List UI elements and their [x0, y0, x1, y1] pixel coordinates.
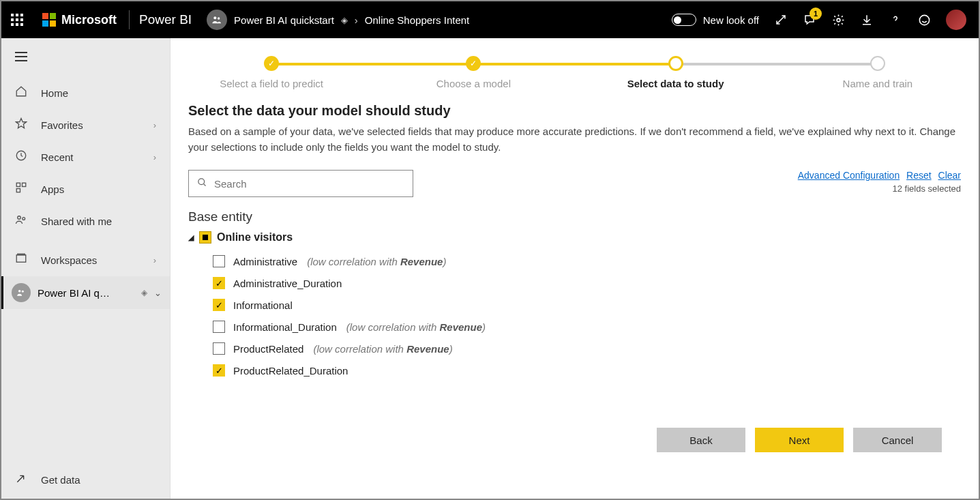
field-label: Informational [233, 299, 293, 311]
entity-tree: ◢ Online visitors Administrative (low co… [188, 231, 961, 415]
home-icon [15, 85, 30, 101]
nav-apps[interactable]: Apps [1, 173, 170, 205]
field-hint: (low correlation with Revenue) [313, 343, 452, 355]
feedback-smile-icon[interactable] [917, 13, 931, 27]
step-1-label: Select a field to predict [220, 78, 323, 89]
workspaces-icon [15, 252, 30, 268]
top-bar: Microsoft Power BI Power BI AI quickstar… [1, 1, 979, 38]
svg-rect-11 [18, 254, 25, 255]
current-workspace-label: Power BI AI q… [38, 287, 141, 299]
nav-recent[interactable]: Recent › [1, 141, 170, 173]
chevron-right-icon: › [153, 152, 156, 162]
entity-online-visitors[interactable]: ◢ Online visitors [188, 231, 945, 244]
next-button[interactable]: Next [755, 428, 844, 452]
field-hint: (low correlation with Revenue) [346, 321, 486, 333]
wizard-stepper: ✓ Select a field to predict ✓ Choose a m… [170, 38, 979, 96]
fullscreen-icon[interactable] [774, 13, 788, 27]
svg-point-8 [18, 216, 21, 220]
field-checkbox[interactable] [213, 321, 225, 333]
breadcrumb-workspace[interactable]: Power BI AI quickstart [234, 14, 334, 26]
field-label: ProductRelated_Duration [233, 365, 348, 377]
field-productrelated[interactable]: ProductRelated (low correlation with Rev… [188, 338, 945, 359]
get-data-button[interactable]: Get data [1, 461, 170, 499]
new-look-toggle[interactable] [672, 14, 696, 26]
search-input[interactable] [214, 178, 404, 190]
field-checkbox[interactable]: ✓ [213, 299, 225, 311]
step-2-label: Choose a model [436, 78, 511, 89]
notifications-icon[interactable]: 1 [803, 13, 816, 27]
entity-name: Online visitors [217, 231, 293, 244]
download-icon[interactable] [860, 13, 874, 27]
cancel-button[interactable]: Cancel [853, 428, 942, 452]
svg-rect-10 [16, 255, 26, 263]
breadcrumb-page[interactable]: Online Shoppers Intent [365, 14, 469, 26]
workspace-small-avatar-icon [12, 283, 31, 302]
apps-icon [15, 181, 30, 197]
field-label: Administrative [233, 256, 297, 267]
breadcrumb: Power BI AI quickstart ◈ › Online Shoppe… [207, 10, 672, 30]
microsoft-label: Microsoft [61, 13, 117, 27]
nav-shared-label: Shared with me [41, 216, 112, 227]
premium-diamond-icon: ◈ [341, 15, 348, 25]
chevron-down-icon[interactable]: ⌄ [154, 288, 162, 298]
collapse-triangle-icon[interactable]: ◢ [188, 233, 194, 242]
svg-point-14 [198, 179, 205, 185]
settings-gear-icon[interactable] [831, 13, 845, 27]
breadcrumb-separator-icon: › [355, 14, 358, 26]
page-title: Select the data your model should study [188, 103, 961, 119]
divider [129, 10, 130, 29]
field-informational[interactable]: ✓ Informational [188, 294, 945, 316]
sidebar: Home Favorites › Recent › Apps S [1, 38, 170, 499]
sidebar-current-workspace[interactable]: Power BI AI q… ◈ ⌄ [1, 276, 170, 309]
search-icon [197, 177, 207, 190]
step-1[interactable]: ✓ Select a field to predict [170, 56, 372, 89]
nav-recent-label: Recent [41, 151, 74, 163]
advanced-config-link[interactable]: Advanced Configuration [798, 170, 900, 181]
search-box[interactable] [188, 170, 413, 197]
back-button[interactable]: Back [657, 428, 745, 452]
step-4-label: Name and train [843, 78, 913, 89]
step-3[interactable]: Select data to study [575, 56, 777, 89]
field-administrative[interactable]: Administrative (low correlation with Rev… [188, 250, 945, 272]
help-icon[interactable] [889, 13, 902, 27]
selected-count: 12 fields selected [794, 183, 961, 194]
product-label[interactable]: Power BI [139, 12, 192, 27]
svg-point-13 [22, 291, 24, 293]
svg-point-2 [837, 18, 840, 22]
field-checkbox[interactable] [213, 255, 225, 267]
notification-badge: 1 [810, 8, 822, 20]
entity-checkbox[interactable] [199, 231, 211, 244]
workspace-avatar-icon[interactable] [207, 10, 227, 30]
field-checkbox[interactable]: ✓ [213, 277, 225, 289]
nav-workspaces[interactable]: Workspaces › [1, 244, 170, 276]
field-administrative-duration[interactable]: ✓ Administrative_Duration [188, 272, 945, 294]
app-launcher-icon[interactable] [11, 14, 23, 26]
shared-icon [15, 214, 30, 229]
wizard-footer: Back Next Cancel [188, 415, 961, 465]
star-icon [15, 117, 30, 133]
svg-rect-5 [16, 183, 20, 186]
clear-link[interactable]: Clear [938, 170, 961, 181]
field-label: ProductRelated [233, 343, 303, 355]
user-avatar[interactable] [946, 10, 966, 30]
nav-favorites[interactable]: Favorites › [1, 109, 170, 141]
base-entity-heading: Base entity [188, 209, 961, 224]
nav-home[interactable]: Home [1, 77, 170, 109]
page-description: Based on a sample of your data, we've se… [188, 124, 961, 155]
new-look-label: New look off [703, 14, 759, 26]
field-productrelated-duration[interactable]: ✓ ProductRelated_Duration [188, 359, 945, 381]
field-checkbox[interactable] [213, 342, 225, 355]
field-checkbox[interactable]: ✓ [213, 364, 225, 377]
svg-point-1 [218, 17, 220, 19]
top-right-actions: New look off 1 [672, 10, 969, 30]
clock-icon [15, 149, 30, 165]
field-informational-duration[interactable]: Informational_Duration (low correlation … [188, 316, 945, 338]
hamburger-menu-icon[interactable] [1, 38, 170, 77]
field-hint: (low correlation with Revenue) [307, 256, 446, 267]
step-4: Name and train [777, 56, 979, 89]
nav-shared[interactable]: Shared with me [1, 205, 170, 237]
nav-home-label: Home [41, 87, 68, 99]
chevron-right-icon: › [153, 255, 156, 265]
reset-link[interactable]: Reset [906, 170, 932, 181]
step-2[interactable]: ✓ Choose a model [372, 56, 574, 89]
